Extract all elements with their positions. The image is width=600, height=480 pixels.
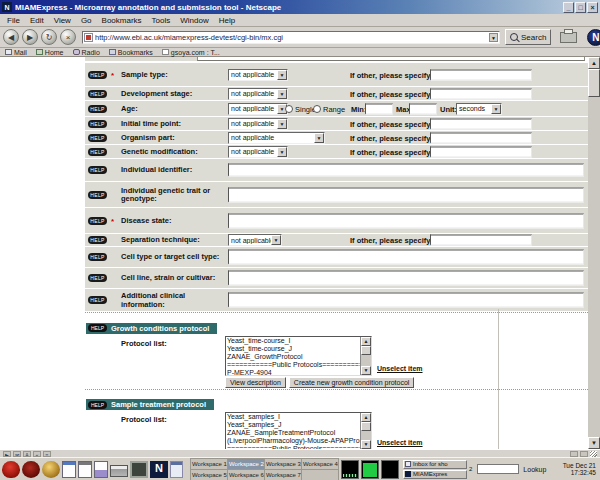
- title-bar[interactable]: N MIAMExpress - Microarray annotation an…: [0, 0, 600, 14]
- help-icon[interactable]: HELP: [88, 217, 107, 225]
- help-icon[interactable]: HELP: [88, 236, 107, 244]
- help-icon[interactable]: HELP: [88, 253, 107, 261]
- age-select[interactable]: not applicable▼: [228, 103, 288, 115]
- individual-genetic-trait-or-genotype-input[interactable]: [228, 187, 584, 202]
- page-icon[interactable]: ≡: [43, 451, 51, 457]
- workspace-2[interactable]: Workspace 2: [228, 459, 264, 469]
- scrollbar-thumb[interactable]: [588, 69, 600, 97]
- list-item[interactable]: ZANAE_GrowthProtocol: [226, 353, 360, 361]
- url-dropdown-icon[interactable]: ▼: [489, 33, 498, 42]
- chat-icon[interactable]: «: [33, 451, 41, 457]
- dropdown-arrow-icon[interactable]: ▼: [271, 235, 281, 245]
- list-item[interactable]: Yeast_samples_I: [226, 413, 360, 421]
- workspace-1[interactable]: Workspace 1: [191, 459, 227, 469]
- workspace-3[interactable]: Workspace 3: [265, 459, 301, 469]
- list-item[interactable]: ===========Public Protocols===========: [226, 361, 360, 369]
- dropdown-arrow-icon[interactable]: ▼: [277, 147, 287, 157]
- writer-icon[interactable]: [62, 461, 76, 478]
- mail-component-icon[interactable]: ✉: [13, 451, 21, 457]
- sample-type-select[interactable]: not applicable▼: [228, 69, 288, 81]
- organism-part-specify-input[interactable]: [430, 132, 532, 143]
- radio-icon[interactable]: [313, 105, 321, 113]
- search-button[interactable]: Search: [505, 29, 551, 45]
- impress-icon[interactable]: [78, 461, 92, 478]
- resize-grip[interactable]: [590, 451, 597, 457]
- separation-technique-select[interactable]: not applicable▼: [228, 234, 282, 246]
- sample-treatment-protocol-protocol-list[interactable]: Yeast_samples_IYeast_samples_JZANAE_Samp…: [225, 412, 372, 449]
- memory-monitor-applet[interactable]: [361, 460, 379, 479]
- workspace-6[interactable]: Workspace 6: [228, 470, 264, 480]
- personal-toolbar-item-mail[interactable]: Mail: [5, 49, 27, 56]
- list-item[interactable]: Yeast_time-course_J: [226, 345, 360, 353]
- menu-view[interactable]: View: [54, 16, 71, 25]
- dropdown-arrow-icon[interactable]: ▼: [314, 133, 324, 143]
- stop-button[interactable]: ×: [60, 29, 76, 45]
- cell-type-or-target-cell-type-input[interactable]: [228, 250, 584, 265]
- menu-bookmarks[interactable]: Bookmarks: [102, 16, 142, 25]
- dropdown-arrow-icon[interactable]: ▼: [491, 104, 501, 114]
- age-single-radio[interactable]: Single: [285, 100, 316, 118]
- scroll-down-icon[interactable]: ▼: [361, 440, 371, 449]
- menu-edit[interactable]: Edit: [30, 16, 44, 25]
- personal-toolbar-item-gsoya-com-t[interactable]: gsoya.com : T...: [162, 49, 220, 56]
- help-icon[interactable]: HELP: [88, 71, 107, 79]
- menu-window[interactable]: Window: [180, 16, 208, 25]
- development-stage-specify-input[interactable]: [430, 88, 532, 99]
- unselect-item-link[interactable]: Unselect item: [377, 439, 423, 446]
- menu-tools[interactable]: Tools: [152, 16, 171, 25]
- scroll-down-icon[interactable]: ▼: [361, 366, 371, 375]
- task-miamexpres[interactable]: MIAMExpres: [403, 470, 467, 479]
- vertical-scrollbar[interactable]: ▲ ▼: [588, 57, 600, 449]
- listbox-scrollbar[interactable]: ▲▼: [360, 337, 371, 375]
- scrollbar-thumb[interactable]: [361, 346, 371, 355]
- print-icon[interactable]: [560, 32, 577, 43]
- terminal-icon[interactable]: [130, 461, 148, 478]
- url-bar[interactable]: http://www.ebi.ac.uk/miamexpress-devtest…: [82, 31, 500, 44]
- separation-technique-specify-input[interactable]: [430, 235, 532, 246]
- list-item[interactable]: P-MEXP-4904: [226, 369, 360, 375]
- dictionary-lookup-input[interactable]: [477, 464, 519, 474]
- netscape-icon[interactable]: [150, 461, 168, 478]
- scroll-up-icon[interactable]: ▲: [361, 413, 371, 422]
- disease-state-input[interactable]: [228, 213, 584, 228]
- listbox-scrollbar[interactable]: ▲▼: [360, 413, 371, 449]
- help-icon[interactable]: HELP: [88, 134, 107, 142]
- reload-button[interactable]: ↻: [41, 29, 57, 45]
- window-thumbnail[interactable]: [170, 461, 183, 478]
- view-description-button[interactable]: View description: [225, 377, 286, 388]
- list-item[interactable]: Yeast_samples_J: [226, 421, 360, 429]
- scroll-down-icon[interactable]: ▼: [588, 437, 600, 449]
- scrollbar-thumb[interactable]: [361, 422, 371, 431]
- age-unit-select[interactable]: seconds▼: [456, 103, 502, 115]
- help-icon[interactable]: HELP: [88, 401, 107, 409]
- task-inbox-for-sho[interactable]: Inbox for sho: [403, 460, 467, 469]
- menu-help[interactable]: Help: [219, 16, 235, 25]
- workspace-7[interactable]: Workspace 7: [265, 470, 301, 480]
- cpu-monitor-applet[interactable]: [341, 460, 359, 479]
- unselect-item-link[interactable]: Unselect item: [377, 365, 423, 372]
- create-new-growth-condition-protocol-button[interactable]: Create new growth condition protocol: [289, 377, 415, 388]
- help-icon[interactable]: HELP: [88, 148, 107, 156]
- workspace-5[interactable]: Workspace 5: [191, 470, 227, 480]
- growth-conditions-protocol-protocol-list[interactable]: Yeast_time-course_IYeast_time-course_JZA…: [225, 336, 372, 376]
- list-item[interactable]: ZANAE_SampleTreatmentProtocol: [226, 429, 360, 437]
- individual-identifier-input[interactable]: [228, 164, 584, 177]
- navigator-icon[interactable]: ▶: [3, 451, 11, 457]
- additional-clinical-information-input[interactable]: [228, 293, 584, 308]
- online-icon[interactable]: [580, 451, 588, 457]
- help-icon[interactable]: HELP: [88, 274, 107, 282]
- dropdown-arrow-icon[interactable]: ▼: [277, 89, 287, 99]
- network-monitor-applet[interactable]: [381, 460, 399, 479]
- cell-line-strain-or-cultivar-input[interactable]: [228, 271, 584, 286]
- redhat-menu-icon[interactable]: [2, 461, 20, 478]
- maximize-button[interactable]: □: [575, 2, 586, 13]
- help-icon[interactable]: HELP: [88, 296, 107, 304]
- printer-icon[interactable]: [110, 465, 128, 477]
- genetic-modification-specify-input[interactable]: [430, 146, 532, 157]
- personal-toolbar-item-bookmarks[interactable]: Bookmarks: [109, 49, 153, 56]
- dropdown-arrow-icon[interactable]: ▼: [277, 70, 287, 80]
- forward-button[interactable]: ▶: [22, 29, 38, 45]
- url-text[interactable]: http://www.ebi.ac.uk/miamexpress-devtest…: [95, 33, 489, 42]
- scroll-up-icon[interactable]: ▲: [588, 57, 600, 69]
- workspace-4[interactable]: Workspace 4: [302, 459, 338, 469]
